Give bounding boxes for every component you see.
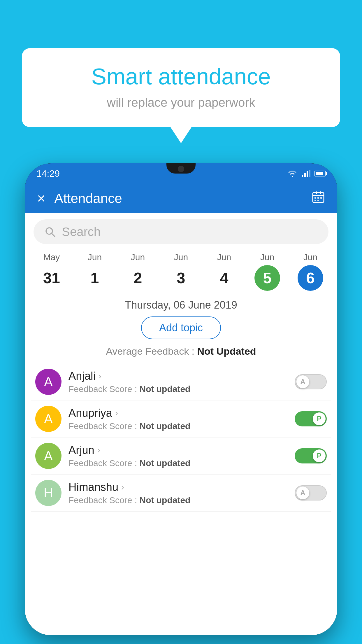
calendar-day[interactable]: Jun6 — [289, 252, 332, 291]
cal-date-number[interactable]: 6 — [298, 265, 323, 291]
svg-rect-1 — [313, 195, 324, 196]
svg-rect-6 — [320, 197, 322, 199]
calendar-day[interactable]: Jun1 — [73, 252, 116, 291]
student-item[interactable]: HHimanshu ›Feedback Score : Not updatedA — [31, 475, 331, 512]
cal-date-number[interactable]: 4 — [211, 265, 237, 291]
cal-date-number[interactable]: 1 — [82, 265, 108, 291]
status-time: 14:29 — [36, 168, 60, 179]
student-name: Anupriya › — [68, 407, 288, 419]
student-list: AAnjali ›Feedback Score : Not updatedAAA… — [25, 363, 337, 512]
add-topic-button[interactable]: Add topic — [141, 316, 221, 339]
cal-month-label: Jun — [260, 252, 274, 262]
phone-frame: 14:29 — [25, 163, 337, 635]
calendar-button[interactable] — [312, 190, 325, 206]
app-header: × Attendance — [25, 184, 337, 213]
svg-rect-7 — [314, 200, 316, 201]
student-feedback: Feedback Score : Not updated — [68, 495, 288, 505]
student-avatar: A — [35, 369, 61, 395]
search-bar[interactable]: Search — [34, 219, 328, 244]
cal-date-number[interactable]: 5 — [254, 265, 280, 291]
cal-month-label: Jun — [131, 252, 145, 262]
app-content: Search May31Jun1Jun2Jun3Jun4Jun5Jun6 Thu… — [25, 213, 337, 635]
student-feedback: Feedback Score : Not updated — [68, 458, 288, 468]
svg-line-10 — [52, 233, 55, 237]
page-title: Attendance — [54, 190, 312, 206]
student-info: Anjali ›Feedback Score : Not updated — [68, 370, 288, 394]
cal-month-label: Jun — [303, 252, 317, 262]
speech-bubble-subtitle: will replace your paperwork — [39, 96, 323, 110]
selected-date-label: Thursday, 06 June 2019 — [25, 296, 337, 316]
attendance-toggle[interactable]: A — [295, 374, 327, 389]
search-icon — [44, 225, 57, 238]
chevron-right-icon: › — [99, 371, 101, 381]
student-feedback: Feedback Score : Not updated — [68, 421, 288, 431]
signal-icon — [302, 170, 310, 177]
svg-rect-8 — [317, 200, 319, 201]
student-item[interactable]: AAnjali ›Feedback Score : Not updatedA — [31, 363, 331, 400]
cal-month-label: Jun — [174, 252, 188, 262]
calendar-day[interactable]: Jun4 — [203, 252, 246, 291]
phone-notch — [166, 163, 196, 174]
student-info: Himanshu ›Feedback Score : Not updated — [68, 481, 288, 505]
student-avatar: A — [35, 443, 61, 469]
svg-rect-2 — [316, 191, 317, 194]
attendance-toggle[interactable]: P — [295, 411, 327, 426]
calendar-strip: May31Jun1Jun2Jun3Jun4Jun5Jun6 — [25, 249, 337, 296]
student-info: Arjun ›Feedback Score : Not updated — [68, 444, 288, 468]
student-avatar: H — [35, 480, 61, 506]
background: Smart attendance will replace your paper… — [0, 0, 362, 644]
calendar-day[interactable]: May31 — [30, 252, 73, 291]
battery-icon — [314, 171, 326, 176]
student-avatar: A — [35, 406, 61, 432]
toggle-knob: A — [296, 487, 309, 499]
toggle-knob: P — [313, 412, 326, 425]
cal-month-label: Jun — [217, 252, 231, 262]
attendance-toggle[interactable]: A — [295, 485, 327, 501]
student-info: Anupriya ›Feedback Score : Not updated — [68, 407, 288, 431]
student-item[interactable]: AArjun ›Feedback Score : Not updatedP — [31, 438, 331, 475]
cal-date-number[interactable]: 31 — [39, 265, 64, 291]
close-button[interactable]: × — [37, 191, 45, 206]
chevron-right-icon: › — [121, 482, 124, 492]
student-name: Arjun › — [68, 444, 288, 456]
cal-month-label: May — [43, 252, 60, 262]
avg-feedback: Average Feedback : Not Updated — [25, 346, 337, 357]
attendance-toggle[interactable]: P — [295, 448, 327, 463]
svg-rect-5 — [317, 197, 319, 199]
student-name: Anjali › — [68, 370, 288, 382]
speech-bubble-title: Smart attendance — [39, 64, 323, 89]
chevron-right-icon: › — [97, 445, 100, 455]
wifi-icon — [287, 169, 298, 178]
student-feedback: Feedback Score : Not updated — [68, 384, 288, 394]
toggle-knob: P — [313, 449, 326, 462]
calendar-day[interactable]: Jun5 — [246, 252, 289, 291]
speech-bubble: Smart attendance will replace your paper… — [22, 48, 340, 127]
student-name: Himanshu › — [68, 481, 288, 494]
search-input[interactable]: Search — [62, 225, 101, 239]
student-item[interactable]: AAnupriya ›Feedback Score : Not updatedP — [31, 400, 331, 438]
cal-month-label: Jun — [88, 252, 102, 262]
chevron-right-icon: › — [115, 408, 118, 418]
calendar-day[interactable]: Jun3 — [159, 252, 203, 291]
cal-date-number[interactable]: 2 — [125, 265, 151, 291]
svg-rect-3 — [320, 191, 321, 194]
phone-camera — [178, 166, 184, 172]
svg-rect-4 — [314, 197, 316, 199]
calendar-day[interactable]: Jun2 — [116, 252, 159, 291]
cal-date-number[interactable]: 3 — [168, 265, 194, 291]
toggle-knob: A — [296, 375, 309, 388]
status-icons — [287, 169, 326, 178]
